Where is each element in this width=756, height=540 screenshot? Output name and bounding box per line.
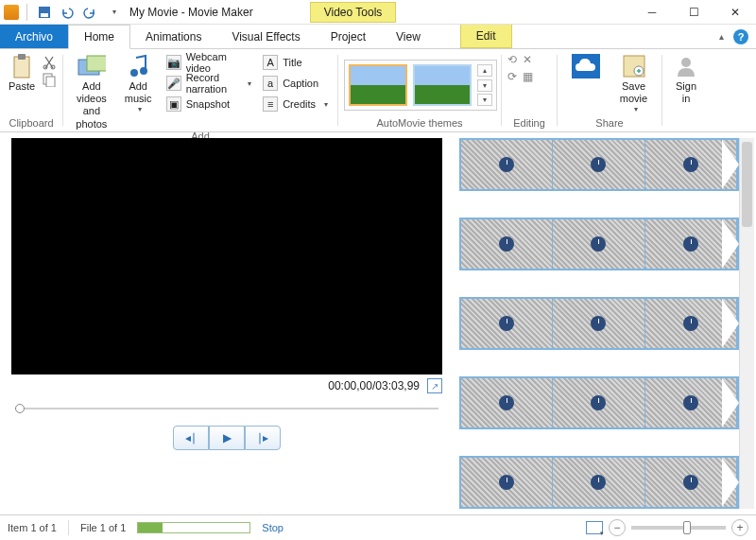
group-clipboard-label: Clipboard xyxy=(6,117,57,130)
zoom-slider[interactable] xyxy=(631,526,726,530)
zoom-in-button[interactable]: + xyxy=(731,519,748,536)
maximize-button[interactable]: ☐ xyxy=(673,0,714,25)
clock-icon xyxy=(499,475,514,490)
gallery-up-button[interactable]: ▴ xyxy=(477,64,492,77)
tab-visual-effects[interactable]: Visual Effects xyxy=(216,25,315,48)
credits-icon: ≡ xyxy=(263,96,278,112)
webcam-icon: 📷 xyxy=(166,55,181,70)
undo-button[interactable] xyxy=(58,3,77,22)
clock-icon xyxy=(591,395,606,410)
tab-edit[interactable]: Edit xyxy=(460,25,512,48)
snapshot-button[interactable]: ▣Snapshot xyxy=(163,95,256,113)
add-videos-photos-button[interactable]: Add videos and photos xyxy=(69,53,114,131)
svg-rect-3 xyxy=(18,54,26,60)
delete-button[interactable]: ✕ xyxy=(523,53,532,66)
qat-customize-button[interactable] xyxy=(103,3,122,22)
redo-button[interactable] xyxy=(80,3,99,22)
zoom-out-button[interactable]: − xyxy=(609,519,626,536)
theme-2[interactable] xyxy=(413,64,472,106)
clock-icon xyxy=(499,157,514,172)
stop-link[interactable]: Stop xyxy=(262,522,284,533)
clip-row[interactable] xyxy=(459,376,739,429)
title-button[interactable]: ATitle xyxy=(259,53,332,72)
save-movie-button[interactable]: Save movie xyxy=(611,53,656,114)
window-title: My Movie - Movie Maker xyxy=(129,6,253,19)
tab-project[interactable]: Project xyxy=(316,25,381,48)
tab-home[interactable]: Home xyxy=(68,25,130,49)
close-button[interactable]: ✕ xyxy=(714,0,756,25)
clip-row[interactable] xyxy=(459,138,739,191)
progress-bar xyxy=(137,522,250,533)
clock-icon xyxy=(591,236,606,252)
cut-button[interactable] xyxy=(42,55,57,70)
svg-rect-7 xyxy=(46,77,55,87)
record-narration-button[interactable]: 🎤Record narration xyxy=(163,74,256,93)
play-button[interactable]: ▶ xyxy=(209,426,245,450)
paste-button[interactable]: Paste xyxy=(6,53,38,93)
svg-rect-9 xyxy=(87,56,106,71)
add-music-button[interactable]: Add music xyxy=(118,53,159,114)
user-icon xyxy=(672,53,700,79)
clip-row[interactable] xyxy=(459,218,739,270)
app-icon xyxy=(4,5,19,20)
help-button[interactable]: ? xyxy=(733,29,748,44)
collapse-ribbon-button[interactable]: ▴ xyxy=(719,31,724,42)
theme-1[interactable] xyxy=(349,64,407,106)
music-icon xyxy=(124,53,152,79)
svg-point-15 xyxy=(681,58,691,67)
caption-icon: a xyxy=(263,76,278,91)
group-automovie-label: AutoMovie themes xyxy=(344,117,495,130)
timeline-scrollbar[interactable] xyxy=(739,138,754,509)
group-share-label: Share xyxy=(563,117,656,130)
automovie-gallery[interactable]: ▴ ▾ ▾ xyxy=(344,60,497,111)
clock-icon xyxy=(591,316,606,331)
snapshot-icon: ▣ xyxy=(166,96,181,112)
svg-rect-2 xyxy=(14,57,29,78)
preview-player[interactable] xyxy=(11,138,442,375)
tab-view[interactable]: View xyxy=(381,25,436,48)
tab-animations[interactable]: Animations xyxy=(130,25,216,48)
svg-rect-1 xyxy=(41,13,48,17)
seek-slider[interactable] xyxy=(15,401,438,416)
next-frame-button[interactable]: ∣▸ xyxy=(245,426,281,450)
gallery-more-button[interactable]: ▾ xyxy=(477,94,492,106)
clock-icon xyxy=(683,475,698,490)
status-file-count: File 1 of 1 xyxy=(80,522,126,533)
onedrive-button[interactable] xyxy=(563,53,608,80)
fullscreen-button[interactable]: ↗ xyxy=(427,378,442,393)
tab-file[interactable]: Archivo xyxy=(0,25,68,48)
clock-icon xyxy=(499,236,514,252)
clock-icon xyxy=(683,157,698,172)
credits-button[interactable]: ≡Credits xyxy=(259,95,332,113)
gallery-down-button[interactable]: ▾ xyxy=(477,79,492,92)
clock-icon xyxy=(683,316,698,331)
timeline[interactable] xyxy=(459,138,739,509)
clock-icon xyxy=(499,395,514,410)
status-item-count: Item 1 of 1 xyxy=(8,522,57,533)
caption-button[interactable]: aCaption xyxy=(259,74,332,93)
contextual-tab-header: Video Tools xyxy=(310,2,397,23)
clip-row[interactable] xyxy=(459,456,739,509)
svg-point-11 xyxy=(140,67,147,75)
save-movie-icon xyxy=(620,53,648,79)
rotate-left-button[interactable]: ⟲ xyxy=(507,53,517,66)
prev-frame-button[interactable]: ◂∣ xyxy=(173,426,209,450)
minimize-button[interactable]: ─ xyxy=(631,0,673,25)
clip-row[interactable] xyxy=(459,297,739,350)
save-qa-button[interactable] xyxy=(35,3,54,22)
thumbnail-size-button[interactable] xyxy=(586,521,603,534)
clock-icon xyxy=(499,316,514,331)
select-all-button[interactable]: ▦ xyxy=(523,70,533,83)
clock-icon xyxy=(591,157,606,172)
sign-in-button[interactable]: Sign in xyxy=(668,53,704,105)
title-icon: A xyxy=(263,55,278,70)
mic-icon: 🎤 xyxy=(166,76,181,91)
clipboard-icon xyxy=(8,53,36,79)
onedrive-icon xyxy=(572,53,600,79)
clock-icon xyxy=(591,475,606,490)
svg-point-10 xyxy=(130,69,138,77)
group-signin-placeholder xyxy=(668,117,704,130)
rotate-right-button[interactable]: ⟳ xyxy=(507,70,517,83)
webcam-video-button[interactable]: 📷Webcam video xyxy=(163,53,256,72)
copy-button[interactable] xyxy=(42,72,57,87)
